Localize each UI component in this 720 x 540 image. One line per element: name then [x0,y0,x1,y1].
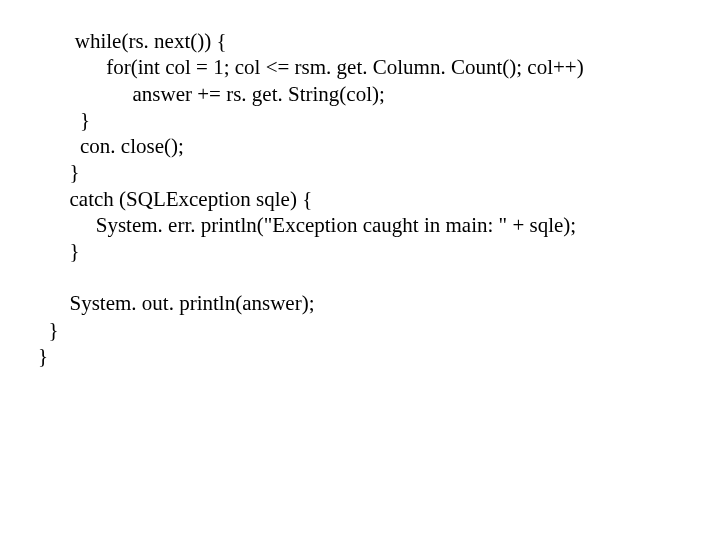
code-line: } [38,343,720,369]
code-line: answer += rs. get. String(col); [38,81,720,107]
code-line: catch (SQLException sqle) { [38,186,720,212]
code-line: while(rs. next()) { [38,28,720,54]
code-line: System. err. println("Exception caught i… [38,212,720,238]
code-line: } [38,107,720,133]
code-line: } [38,159,720,185]
code-line: } [38,317,720,343]
code-line: for(int col = 1; col <= rsm. get. Column… [38,54,720,80]
code-line: con. close(); [38,133,720,159]
code-line: } [38,238,720,264]
blank-line [38,264,720,290]
code-line: System. out. println(answer); [38,290,720,316]
code-slide: while(rs. next()) { for(int col = 1; col… [0,0,720,540]
